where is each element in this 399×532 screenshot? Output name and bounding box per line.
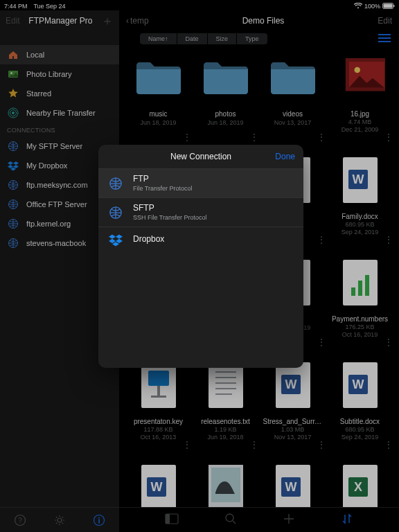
file-more-button[interactable]: ⋮ bbox=[317, 238, 326, 242]
modal-option-sub: SSH File Transfer Protocol bbox=[133, 214, 207, 222]
file-more-button[interactable]: ⋮ bbox=[249, 443, 259, 447]
file-name: releasenotes.txt bbox=[201, 418, 250, 425]
status-bar: 7:44 PM Tue Sep 24 100% bbox=[0, 0, 399, 10]
file-name: music bbox=[149, 110, 167, 118]
sort-type[interactable]: Type bbox=[236, 33, 267, 44]
svg-rect-20 bbox=[378, 37, 391, 39]
file-name: Subtitle.docx bbox=[340, 418, 380, 425]
content-bottom-toolbar bbox=[119, 507, 399, 532]
sidebar-section-connections: CONNECTIONS bbox=[0, 123, 119, 136]
modal-done-button[interactable]: Done bbox=[275, 145, 295, 168]
file-more-button[interactable]: ⋮ bbox=[384, 341, 393, 344]
dropbox-icon bbox=[108, 232, 123, 247]
file-thumb: X bbox=[335, 462, 386, 507]
svg-rect-52 bbox=[148, 371, 169, 386]
globe-icon bbox=[7, 198, 19, 211]
file-date: Jun 18, 2019 bbox=[140, 119, 176, 126]
transfer-icon[interactable] bbox=[341, 513, 353, 527]
gear-icon[interactable] bbox=[51, 514, 68, 526]
file-item[interactable]: musicJun 18, 2019⋮ bbox=[127, 52, 189, 152]
globe-icon bbox=[7, 179, 19, 191]
file-size: 117.88 KB bbox=[143, 426, 172, 433]
sidebar-item-starred[interactable]: Starred bbox=[0, 84, 119, 103]
home-icon bbox=[7, 48, 19, 61]
info-icon[interactable] bbox=[91, 514, 107, 526]
file-more-button[interactable]: ⋮ bbox=[384, 238, 393, 242]
back-label: temp bbox=[130, 16, 149, 26]
file-item[interactable]: 16.jpg4.74 MBDec 21, 2009⋮ bbox=[329, 52, 391, 152]
sort-size[interactable]: Size bbox=[207, 33, 237, 44]
sidebar-add-button[interactable]: ＋ bbox=[101, 15, 114, 27]
svg-rect-21 bbox=[378, 41, 391, 42]
svg-text:?: ? bbox=[18, 516, 22, 524]
sort-segmented-control[interactable]: Name↑ Date Size Type bbox=[140, 33, 267, 44]
modal-option-title: SFTP bbox=[133, 203, 207, 213]
sidebar-item-photo-library[interactable]: Photo Library bbox=[0, 64, 119, 84]
modal-option-sftp[interactable]: SFTP SSH File Transfer Protocol bbox=[98, 197, 303, 227]
file-date: Sep 24, 2019 bbox=[342, 434, 379, 441]
file-date: Oct 16, 2013 bbox=[141, 434, 177, 441]
sidebar-edit-button[interactable]: Edit bbox=[6, 16, 20, 26]
add-icon[interactable] bbox=[283, 513, 295, 527]
sort-name[interactable]: Name↑ bbox=[140, 33, 177, 44]
svg-point-17 bbox=[98, 517, 100, 518]
file-date: Jun 18, 2019 bbox=[207, 119, 243, 126]
file-item[interactable]: W⋮ bbox=[127, 462, 189, 507]
globe-icon bbox=[7, 237, 19, 249]
sidebar-item-local[interactable]: Local bbox=[0, 45, 119, 64]
file-item[interactable]: videosNov 13, 2017⋮ bbox=[262, 52, 323, 152]
file-item[interactable]: WFamily.docx680.95 KBSep 24, 2019⋮ bbox=[329, 154, 391, 254]
file-thumb: W bbox=[335, 154, 386, 206]
svg-rect-79 bbox=[166, 514, 170, 524]
star-icon bbox=[7, 87, 19, 100]
view-mode-button[interactable] bbox=[378, 33, 392, 44]
file-item[interactable]: photosJun 18, 2019⋮ bbox=[195, 52, 256, 152]
file-more-button[interactable]: ⋮ bbox=[182, 136, 192, 139]
file-more-button[interactable]: ⋮ bbox=[317, 443, 326, 447]
file-item[interactable]: WStress_and_Surr.doc1.03 MBNov 13, 2017⋮ bbox=[262, 360, 323, 459]
file-size: 1.19 KB bbox=[214, 426, 236, 433]
sidebar-item-nearby[interactable]: Nearby File Transfer bbox=[0, 103, 119, 123]
file-name: videos bbox=[283, 110, 303, 118]
file-date: Nov 13, 2017 bbox=[274, 119, 312, 126]
svg-point-24 bbox=[354, 67, 360, 73]
file-more-button[interactable]: ⋮ bbox=[249, 136, 259, 139]
app-title: FTPManager Pro bbox=[20, 16, 101, 26]
sidebar-item-label: Office FTP Server bbox=[26, 200, 87, 209]
svg-point-15 bbox=[57, 518, 62, 522]
file-item[interactable]: WSubtitle.docx680.95 KBSep 24, 2019⋮ bbox=[329, 360, 391, 459]
modal-option-ftp[interactable]: FTP File Transfer Protocol bbox=[98, 168, 303, 197]
svg-rect-19 bbox=[378, 34, 391, 35]
svg-point-5 bbox=[12, 112, 15, 114]
file-more-button[interactable]: ⋮ bbox=[182, 443, 192, 447]
file-date: Sep 24, 2019 bbox=[342, 229, 379, 236]
modal-option-dropbox[interactable]: Dropbox bbox=[98, 227, 303, 251]
file-item[interactable]: X⋮ bbox=[329, 462, 391, 507]
content-edit-button[interactable]: Edit bbox=[378, 16, 392, 26]
modal-option-title: FTP bbox=[133, 174, 193, 184]
file-item[interactable]: W⋮ bbox=[262, 462, 323, 507]
globe-icon bbox=[7, 140, 19, 152]
search-icon[interactable] bbox=[224, 513, 237, 527]
svg-rect-54 bbox=[151, 396, 166, 398]
dropbox-icon bbox=[7, 159, 19, 172]
file-more-button[interactable]: ⋮ bbox=[384, 443, 393, 447]
modal-title: New Connection bbox=[170, 152, 231, 161]
help-icon[interactable]: ? bbox=[12, 514, 28, 526]
file-name: 16.jpg bbox=[351, 110, 369, 118]
sidebar-item-label: My SFTP Server bbox=[26, 142, 82, 150]
file-more-button[interactable]: ⋮ bbox=[384, 136, 393, 139]
file-name: presentaton.key bbox=[134, 418, 183, 425]
file-item[interactable]: ⋮ bbox=[195, 462, 256, 507]
file-item[interactable]: Payment.numbers176.25 KBOct 16, 2019⋮ bbox=[329, 257, 391, 357]
file-more-button[interactable]: ⋮ bbox=[317, 341, 326, 344]
file-thumb bbox=[335, 257, 386, 308]
svg-rect-53 bbox=[157, 386, 160, 396]
back-button[interactable]: ‹ temp bbox=[126, 16, 149, 26]
sidebar-item-label: stevens-macbook bbox=[26, 239, 86, 247]
panels-icon[interactable] bbox=[165, 513, 179, 526]
file-more-button[interactable]: ⋮ bbox=[317, 136, 326, 139]
file-item[interactable]: presentaton.key117.88 KBOct 16, 2013⋮ bbox=[127, 360, 189, 459]
sort-date[interactable]: Date bbox=[177, 33, 207, 44]
file-item[interactable]: releasenotes.txt1.19 KBJun 19, 2018⋮ bbox=[195, 360, 256, 459]
